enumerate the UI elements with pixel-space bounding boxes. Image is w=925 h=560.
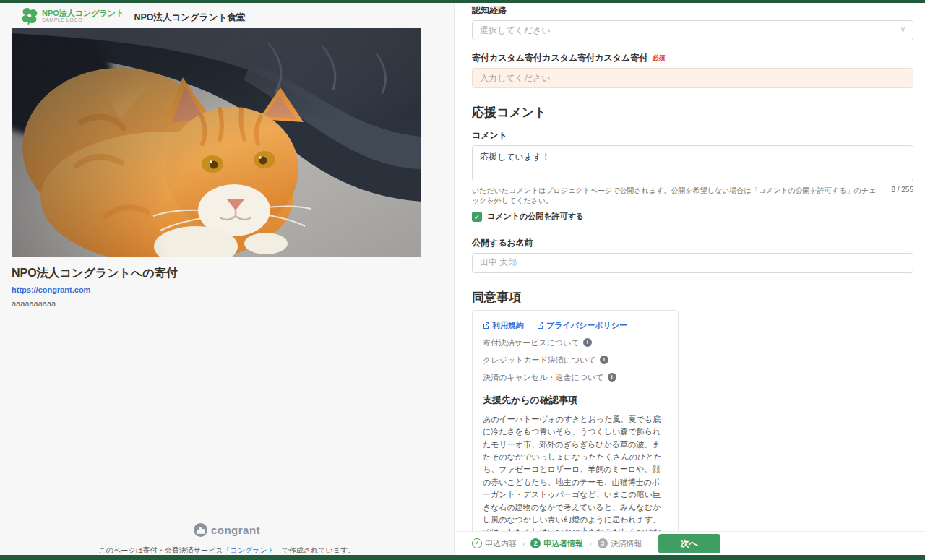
bottom-accent-bar: [0, 555, 925, 560]
confirmation-heading: 支援先からの確認事項: [483, 394, 668, 407]
public-name-label: 公開するお名前: [472, 237, 913, 249]
recognition-label: 認知経路: [472, 4, 913, 17]
custom-field-input[interactable]: 入力してください: [472, 68, 913, 88]
public-name-placeholder: 田中 太郎: [480, 257, 517, 269]
external-link-icon: [537, 322, 544, 329]
agreement-section-heading: 同意事項: [472, 289, 913, 306]
congrant-mark-icon: [194, 523, 207, 537]
clover-logo-icon: [22, 7, 38, 25]
step-application-content: ✓ 申込内容: [472, 538, 517, 549]
credit-suffix: 」で作成されています。: [275, 546, 356, 554]
external-link-icon: [483, 322, 490, 329]
public-name-label-text: 公開するお名前: [472, 237, 533, 249]
agreement-links-row: 利用規約 プライバシーポリシー: [483, 320, 668, 331]
required-badge: 必須: [652, 53, 665, 63]
project-url-link[interactable]: https://congrant.com: [12, 285, 90, 294]
custom-field-placeholder: 入力してください: [480, 72, 551, 85]
comment-char-counter: 8 / 255: [891, 186, 913, 194]
public-name-input[interactable]: 田中 太郎: [472, 253, 913, 273]
step-separator-icon: ›: [522, 540, 525, 548]
brand-title: NPO法人コングラント: [42, 9, 124, 17]
comment-label-text: コメント: [472, 129, 507, 142]
step-separator-icon: ›: [589, 540, 591, 548]
privacy-link[interactable]: プライバシーポリシー: [537, 320, 627, 331]
brand-subtitle: SAMPLE LOGO: [42, 17, 124, 23]
project-cover-photo: [12, 28, 421, 257]
step-number: 3: [598, 538, 608, 548]
donation-page: NPO法人コングラント SAMPLE LOGO NPO法人コングラント食堂: [0, 0, 925, 560]
info-item-cancel-refund[interactable]: 決済のキャンセル・返金について i: [483, 372, 668, 383]
comment-section-heading: 応援コメント: [472, 104, 913, 121]
comment-label: コメント: [472, 129, 913, 142]
privacy-link-text: プライバシーポリシー: [546, 320, 627, 331]
brand-text-block: NPO法人コングラント SAMPLE LOGO: [42, 9, 124, 23]
comment-publish-checkbox[interactable]: ✓: [472, 212, 482, 222]
step-number: 2: [530, 538, 541, 548]
organization-name: NPO法人コングラント食堂: [134, 12, 245, 24]
application-form-panel: 認知経路 選択してください ∨ 寄付カスタム寄付カスタム寄付カスタム寄付 必須 …: [454, 3, 925, 531]
step-applicant-info: 2 申込者情報: [530, 538, 583, 549]
recognition-label-text: 認知経路: [472, 4, 507, 17]
step-indicator: ✓ 申込内容 › 2 申込者情報 › 3 決済情報: [472, 538, 642, 549]
credit-prefix: このページは寄付・会費決済サービス「: [99, 546, 231, 554]
step-label: 申込内容: [485, 538, 517, 549]
next-button[interactable]: 次へ: [658, 534, 720, 553]
congrant-service-link[interactable]: コングラント: [230, 546, 274, 554]
comment-helper-text: いただいたコメントはプロジェクトページで公開されます。公開を希望しない場合は「コ…: [472, 186, 881, 206]
project-title: NPO法人コングラントへの寄付: [12, 266, 416, 281]
custom-field-label: 寄付カスタム寄付カスタム寄付カスタム寄付 必須: [472, 52, 913, 64]
info-item-text: 決済のキャンセル・返金について: [483, 372, 604, 383]
step-payment-info: 3 決済情報: [598, 538, 642, 549]
info-icon[interactable]: i: [600, 356, 608, 364]
terms-link-text: 利用規約: [492, 320, 524, 331]
service-footer: congrant このページは寄付・会費決済サービス「コングラント」で作成されて…: [0, 523, 454, 556]
project-info: NPO法人コングラントへの寄付 https://congrant.com aaa…: [12, 266, 416, 308]
recognition-select[interactable]: 選択してください ∨: [472, 20, 913, 40]
info-item-credit-card[interactable]: クレジットカード決済について i: [483, 355, 668, 366]
step-label: 決済情報: [611, 538, 642, 549]
congrant-wordmark: congrant: [211, 524, 260, 536]
step-label: 申込者情報: [543, 538, 583, 549]
info-icon[interactable]: i: [608, 373, 616, 382]
info-item-text: クレジットカード決済について: [483, 355, 596, 366]
cat-photo-illustration: [12, 28, 421, 257]
info-item-text: 寄付決済サービスについて: [483, 337, 580, 348]
project-panel: NPO法人コングラント SAMPLE LOGO NPO法人コングラント食堂: [0, 3, 454, 555]
comment-publish-checkbox-row[interactable]: ✓ コメントの公開を許可する: [472, 211, 913, 223]
chevron-down-icon: ∨: [900, 25, 905, 33]
comment-textarea[interactable]: 応援しています！: [472, 145, 913, 181]
wizard-footer-bar: ✓ 申込内容 › 2 申込者情報 › 3 決済情報 次へ: [454, 531, 925, 555]
terms-link[interactable]: 利用規約: [483, 320, 524, 331]
comment-publish-label: コメントの公開を許可する: [487, 211, 584, 223]
info-item-donation-service[interactable]: 寄付決済サービスについて i: [483, 337, 668, 348]
agreement-card: 利用規約 プライバシーポリシー 寄付決済サービスについて i クレジットカード決…: [472, 310, 679, 531]
service-credit-line: このページは寄付・会費決済サービス「コングラント」で作成されています。: [0, 546, 454, 556]
step-done-check-icon: ✓: [472, 538, 482, 548]
recognition-placeholder: 選択してください: [480, 25, 551, 37]
organization-header: NPO法人コングラント SAMPLE LOGO NPO法人コングラント食堂: [22, 7, 245, 25]
info-icon[interactable]: i: [583, 338, 592, 347]
comment-helper-row: いただいたコメントはプロジェクトページで公開されます。公開を希望しない場合は「コ…: [472, 186, 913, 206]
custom-field-label-text: 寄付カスタム寄付カスタム寄付カスタム寄付: [472, 52, 648, 64]
confirmation-text: あのイーハトーヴォのすきとおった風、夏でも底に冷たさをもつ青いそら、うつくしい森…: [483, 413, 668, 531]
project-description: aaaaaaaaaa: [12, 299, 416, 308]
congrant-logo: congrant: [194, 523, 260, 537]
